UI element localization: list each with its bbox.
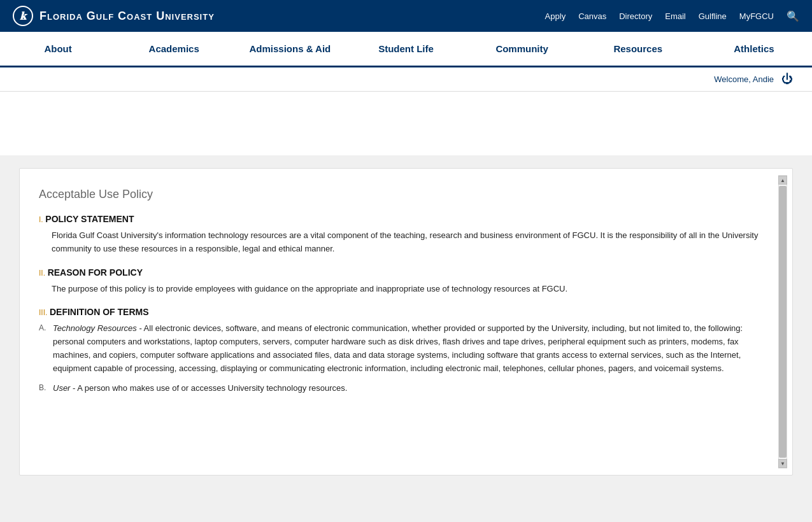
- main-nav: About Academics Admissions & Aid Student…: [0, 32, 812, 67]
- power-icon[interactable]: ⏻: [781, 73, 793, 86]
- welcome-bar: Welcome, Andie ⏻: [0, 67, 812, 92]
- def-a-label: A.: [39, 322, 49, 375]
- def-b-text: - A person who makes use of or accesses …: [70, 383, 347, 393]
- nav-athletics[interactable]: Athletics: [696, 32, 812, 66]
- section-3-header: III. DEFINITION OF TERMS: [39, 307, 767, 317]
- section-1-heading: POLICY STATEMENT: [45, 214, 134, 224]
- apply-link[interactable]: Apply: [545, 11, 566, 21]
- section-reason-policy: II. REASON FOR POLICY The purpose of thi…: [39, 267, 767, 296]
- policy-title: Acceptable Use Policy: [39, 188, 767, 201]
- myfgcu-link[interactable]: MyFGCU: [739, 11, 774, 21]
- section-2-body: The purpose of this policy is to provide…: [52, 283, 767, 296]
- section-2-number: II.: [39, 269, 45, 278]
- top-links: Apply Canvas Directory Email Gulfline My…: [545, 10, 799, 22]
- definition-b: B. User - A person who makes use of or a…: [39, 382, 767, 395]
- nav-community[interactable]: Community: [464, 32, 580, 66]
- section-policy-statement: I. POLICY STATEMENT Florida Gulf Coast U…: [39, 214, 767, 256]
- def-a-term: Technology Resources: [53, 323, 137, 333]
- main-content: Acceptable Use Policy I. POLICY STATEMEN…: [0, 155, 812, 522]
- canvas-link[interactable]: Canvas: [578, 11, 606, 21]
- welcome-text: Welcome, Andie: [714, 74, 774, 84]
- section-3-heading: DEFINITION OF TERMS: [50, 307, 149, 317]
- def-b-label: B.: [39, 382, 49, 395]
- scrollbar[interactable]: ▲ ▼: [778, 175, 787, 469]
- scrollbar-down-button[interactable]: ▼: [778, 459, 787, 468]
- section-3-number: III.: [39, 308, 47, 317]
- nav-admissions[interactable]: Admissions & Aid: [232, 32, 348, 66]
- section-2-header: II. REASON FOR POLICY: [39, 267, 767, 278]
- logo-icon: 𝐤: [13, 6, 33, 26]
- nav-about[interactable]: About: [0, 32, 116, 66]
- def-a-text: - All electronic devices, software, and …: [53, 323, 743, 372]
- policy-content[interactable]: I. POLICY STATEMENT Florida Gulf Coast U…: [39, 214, 767, 456]
- section-2-text: The purpose of this policy is to provide…: [52, 284, 567, 293]
- section-1-text: Florida Gulf Coast University's informat…: [52, 230, 758, 253]
- directory-link[interactable]: Directory: [619, 11, 652, 21]
- nav-student-life[interactable]: Student Life: [348, 32, 464, 66]
- nav-resources[interactable]: Resources: [580, 32, 696, 66]
- definition-a: A. Technology Resources - All electronic…: [39, 322, 767, 375]
- def-a-content: Technology Resources - All electronic de…: [53, 322, 767, 375]
- university-logo[interactable]: 𝐤 Florida Gulf Coast University: [13, 6, 215, 26]
- email-link[interactable]: Email: [665, 11, 686, 21]
- section-1-header: I. POLICY STATEMENT: [39, 214, 767, 224]
- section-1-number: I.: [39, 215, 43, 224]
- section-definitions: III. DEFINITION OF TERMS A. Technology R…: [39, 307, 767, 395]
- scrollbar-thumb[interactable]: [779, 186, 787, 458]
- university-name: Florida Gulf Coast University: [39, 10, 215, 23]
- policy-card: Acceptable Use Policy I. POLICY STATEMEN…: [19, 168, 793, 476]
- search-button[interactable]: 🔍: [787, 10, 799, 22]
- banner-area: [0, 92, 812, 155]
- section-1-body: Florida Gulf Coast University's informat…: [52, 229, 767, 256]
- scrollbar-up-button[interactable]: ▲: [778, 176, 787, 185]
- section-2-heading: REASON FOR POLICY: [48, 267, 143, 278]
- gulfline-link[interactable]: Gulfline: [699, 11, 727, 21]
- def-b-term: User: [53, 383, 70, 393]
- def-b-content: User - A person who makes use of or acce…: [53, 382, 767, 395]
- nav-academics[interactable]: Academics: [116, 32, 232, 66]
- top-bar: 𝐤 Florida Gulf Coast University Apply Ca…: [0, 0, 812, 32]
